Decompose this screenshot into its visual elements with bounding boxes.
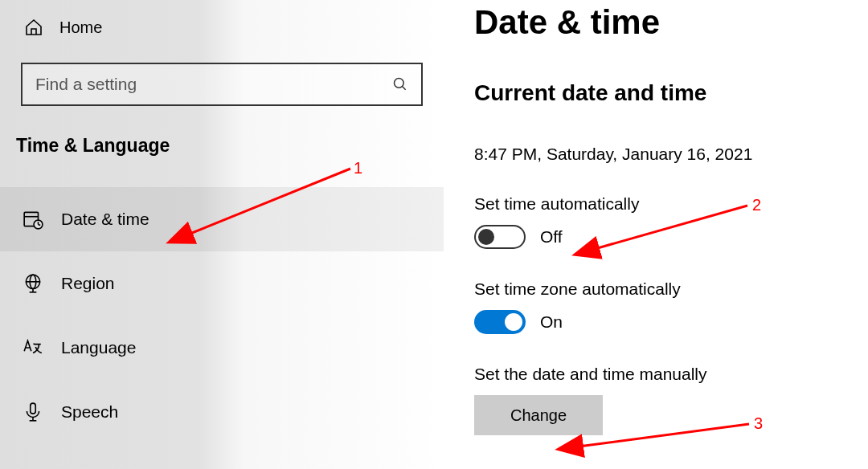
set-tz-auto-state: On [540, 312, 563, 332]
svg-line-6 [39, 225, 41, 226]
set-time-auto-state: Off [540, 227, 563, 247]
set-time-auto-label: Set time automatically [474, 194, 868, 214]
current-datetime: 8:47 PM, Saturday, January 16, 2021 [474, 145, 868, 164]
settings-sidebar: Home Time & Language Date & time Region [0, 0, 444, 469]
search-box[interactable] [21, 63, 423, 106]
section-heading: Current date and time [474, 80, 868, 106]
sidebar-nav: Date & time Region Language Speech [0, 187, 444, 444]
main-panel: Date & time Current date and time 8:47 P… [474, 0, 868, 469]
calendar-clock-icon [23, 209, 43, 230]
set-manual-label: Set the date and time manually [474, 365, 868, 384]
sidebar-item-language[interactable]: Language [0, 316, 444, 380]
search-icon [392, 76, 408, 92]
sidebar-item-label: Region [61, 274, 115, 293]
sidebar-item-date-time[interactable]: Date & time [0, 187, 444, 251]
annotation-number-2: 2 [752, 196, 761, 214]
sidebar-item-label: Language [61, 338, 136, 357]
page-title: Date & time [474, 3, 868, 42]
search-input[interactable] [23, 75, 392, 94]
svg-rect-12 [31, 403, 36, 414]
sidebar-category: Time & Language [0, 106, 444, 165]
svg-point-0 [395, 79, 404, 88]
sidebar-item-region[interactable]: Region [0, 251, 444, 316]
set-tz-auto-label: Set time zone automatically [474, 279, 868, 299]
microphone-icon [23, 402, 43, 422]
set-tz-auto-toggle[interactable] [474, 310, 526, 334]
change-button[interactable]: Change [474, 395, 603, 435]
language-az-icon [23, 337, 43, 358]
sidebar-item-label: Date & time [61, 210, 149, 229]
sidebar-item-speech[interactable]: Speech [0, 380, 444, 444]
sidebar-item-label: Speech [61, 402, 118, 422]
svg-line-1 [403, 87, 406, 90]
annotation-number-3: 3 [754, 414, 763, 433]
home-icon [24, 18, 43, 37]
set-time-auto-toggle[interactable] [474, 225, 526, 249]
home-label: Home [59, 18, 102, 37]
home-nav[interactable]: Home [0, 0, 444, 45]
annotation-number-1: 1 [354, 159, 362, 177]
globe-icon [23, 273, 43, 294]
